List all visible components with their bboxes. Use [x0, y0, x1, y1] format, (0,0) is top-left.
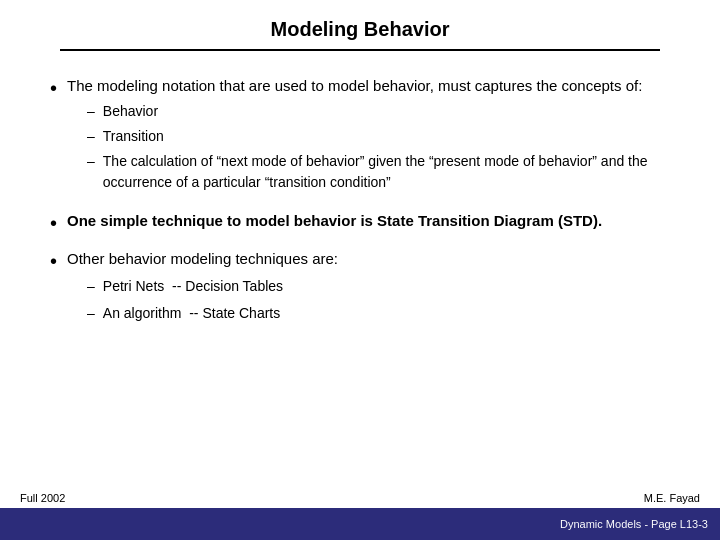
bullet-3: • Other behavior modeling techniques are…: [50, 248, 670, 330]
sub-bullets-1: – Behavior – Transition – The calculatio…: [87, 101, 670, 192]
col-item-algorithm: – An algorithm -- State Charts: [87, 303, 347, 324]
bullet-2: • One simple technique to model behavior…: [50, 210, 670, 236]
dash-1-3: –: [87, 151, 95, 171]
slide-title-area: Modeling Behavior: [0, 0, 720, 59]
bullet-1-dot: •: [50, 75, 57, 101]
petri-spacer: --: [164, 276, 185, 297]
title-divider: [60, 49, 660, 51]
bullet-3-dot: •: [50, 248, 57, 274]
petri-dash: –: [87, 276, 95, 297]
state-charts-text: State Charts: [202, 303, 280, 324]
slide-container: Modeling Behavior • The modeling notatio…: [0, 0, 720, 540]
sub-bullet-1-3: – The calculation of “next mode of behav…: [87, 151, 670, 192]
sub-bullet-1-1: – Behavior: [87, 101, 670, 121]
footer-bar: Dynamic Models - Page L13-3: [0, 508, 720, 540]
bullet-1: • The modeling notation that are used to…: [50, 75, 670, 198]
two-col-list: – Petri Nets -- Decision Tables – An alg…: [87, 276, 670, 330]
decision-tables-text: Decision Tables: [185, 276, 283, 297]
sub-bullet-1-1-text: Behavior: [103, 101, 158, 121]
algorithm-spacer: --: [181, 303, 202, 324]
col-left: – Petri Nets -- Decision Tables – An alg…: [87, 276, 347, 330]
dash-1-2: –: [87, 126, 95, 146]
footer-page-info: Dynamic Models - Page L13-3: [560, 518, 708, 530]
footer-author: M.E. Fayad: [644, 492, 700, 504]
algorithm-text: An algorithm: [103, 303, 182, 324]
col-item-petri: – Petri Nets -- Decision Tables: [87, 276, 347, 297]
petri-text: Petri Nets: [103, 276, 164, 297]
sub-bullet-1-3-text: The calculation of “next mode of behavio…: [103, 151, 670, 192]
bullet-1-text: The modeling notation that are used to m…: [67, 77, 642, 94]
footer-wrapper: Full 2002 M.E. Fayad Dynamic Models - Pa…: [0, 508, 720, 540]
bullet-2-text: One simple technique to model behavior i…: [67, 212, 602, 229]
bullet-2-dot: •: [50, 210, 57, 236]
bullet-3-text: Other behavior modeling techniques are:: [67, 250, 338, 267]
slide-content: • The modeling notation that are used to…: [0, 59, 720, 508]
sub-bullet-1-2-text: Transition: [103, 126, 164, 146]
footer-year: Full 2002: [20, 492, 65, 504]
slide-title: Modeling Behavior: [40, 18, 680, 41]
dash-1-1: –: [87, 101, 95, 121]
algorithm-dash: –: [87, 303, 95, 324]
sub-bullet-1-2: – Transition: [87, 126, 670, 146]
